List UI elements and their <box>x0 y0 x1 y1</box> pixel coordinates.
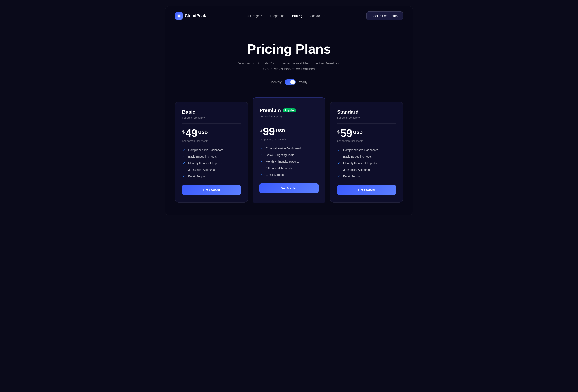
navbar: CloudPeak All Pages ▾ Integration Pricin… <box>165 6 413 25</box>
plan-subtitle-premium: For small company <box>259 115 318 118</box>
pricing-cards: Basic For small company $ 49 USD per per… <box>165 97 413 215</box>
check-icon: ✓ <box>182 161 186 165</box>
feature-item: ✓ Email Support <box>337 174 396 178</box>
get-started-button-basic[interactable]: Get Started <box>182 185 241 195</box>
price-period-standard: per person, per month <box>337 139 396 142</box>
check-icon: ✓ <box>337 148 341 152</box>
feature-item: ✓ Comprehensive Dashboard <box>259 146 318 150</box>
pricing-card-standard: Standard For small company $ 59 USD per … <box>330 101 403 203</box>
chevron-down-icon: ▾ <box>261 14 262 17</box>
svg-point-1 <box>178 15 180 16</box>
currency-sign-premium: $ <box>259 128 262 133</box>
feature-item: ✓ 3 Financial Accounts <box>337 168 396 172</box>
popular-badge: Popular <box>283 108 296 112</box>
check-icon: ✓ <box>182 155 186 158</box>
feature-item: ✓ 3 Financial Accounts <box>182 168 241 172</box>
billing-toggle-switch[interactable] <box>285 79 296 85</box>
price-currency-premium: USD <box>276 128 285 133</box>
hero-subtitle: Designed to Simplify Your Experience and… <box>235 60 343 72</box>
plan-subtitle-standard: For small company <box>337 116 396 119</box>
feature-item: ✓ Email Support <box>182 174 241 178</box>
check-icon: ✓ <box>182 168 186 172</box>
features-list-premium: ✓ Comprehensive Dashboard ✓ Basic Budget… <box>259 146 318 176</box>
feature-item: ✓ Monthly Financial Reports <box>259 160 318 163</box>
price-period-premium: per person, per month <box>259 138 318 141</box>
plan-name-standard: Standard <box>337 109 396 115</box>
check-icon: ✓ <box>337 155 341 158</box>
price-block-basic: $ 49 USD per person, per month <box>182 128 241 142</box>
price-amount-basic: $ 49 USD <box>182 128 241 138</box>
feature-item: ✓ 3 Financial Accounts <box>259 166 318 170</box>
nav-item-all-pages[interactable]: All Pages ▾ <box>247 14 262 18</box>
plan-header-basic: Basic For small company <box>182 109 241 119</box>
monthly-label: Monthly <box>271 80 282 84</box>
get-started-button-premium[interactable]: Get Started <box>259 183 318 193</box>
divider-premium <box>259 122 318 122</box>
check-icon: ✓ <box>259 153 263 157</box>
feature-item: ✓ Basic Budgeting Tools <box>337 155 396 158</box>
feature-item: ✓ Monthly Financial Reports <box>182 161 241 165</box>
features-list-basic: ✓ Comprehensive Dashboard ✓ Basic Budget… <box>182 148 241 178</box>
price-currency-basic: USD <box>198 130 208 135</box>
features-list-standard: ✓ Comprehensive Dashboard ✓ Basic Budget… <box>337 148 396 178</box>
check-icon: ✓ <box>259 173 263 176</box>
price-number-basic: 49 <box>185 128 197 138</box>
plan-header-standard: Standard For small company <box>337 109 396 119</box>
yearly-label: Yearly <box>299 80 307 84</box>
check-icon: ✓ <box>259 146 263 150</box>
book-demo-button[interactable]: Book a Free Demo <box>366 11 403 20</box>
pricing-card-premium: Premium Popular For small company $ 99 U… <box>253 97 325 203</box>
check-icon: ✓ <box>337 168 341 172</box>
feature-item: ✓ Basic Budgeting Tools <box>182 155 241 158</box>
feature-item: ✓ Email Support <box>259 173 318 176</box>
plan-name-basic: Basic <box>182 109 241 115</box>
feature-item: ✓ Comprehensive Dashboard <box>337 148 396 152</box>
hero-section: Pricing Plans Designed to Simplify Your … <box>165 25 413 97</box>
price-amount-premium: $ 99 USD <box>259 126 318 137</box>
price-block-premium: $ 99 USD per person, per month <box>259 126 318 141</box>
pricing-card-basic: Basic For small company $ 49 USD per per… <box>175 101 248 203</box>
price-number-premium: 99 <box>263 126 275 137</box>
page-title: Pricing Plans <box>175 42 403 56</box>
brand-name: CloudPeak <box>185 13 206 18</box>
check-icon: ✓ <box>337 174 341 178</box>
nav-links: All Pages ▾ Integration Pricing Contact … <box>247 14 325 18</box>
price-currency-standard: USD <box>353 130 363 135</box>
check-icon: ✓ <box>337 161 341 165</box>
check-icon: ✓ <box>182 148 186 152</box>
nav-item-contact[interactable]: Contact Us <box>310 14 325 18</box>
plan-header-premium: Premium Popular For small company <box>259 107 318 118</box>
check-icon: ✓ <box>182 174 186 178</box>
get-started-button-standard[interactable]: Get Started <box>337 185 396 195</box>
plan-subtitle-basic: For small company <box>182 116 241 119</box>
logo-icon <box>175 12 183 20</box>
currency-sign-basic: $ <box>182 129 185 135</box>
billing-toggle[interactable]: Monthly Yearly <box>175 79 403 85</box>
divider-basic <box>182 123 241 124</box>
feature-item: ✓ Comprehensive Dashboard <box>182 148 241 152</box>
feature-item: ✓ Basic Budgeting Tools <box>259 153 318 157</box>
price-block-standard: $ 59 USD per person, per month <box>337 128 396 142</box>
feature-item: ✓ Monthly Financial Reports <box>337 161 396 165</box>
nav-item-pricing[interactable]: Pricing <box>292 14 302 18</box>
check-icon: ✓ <box>259 160 263 163</box>
price-amount-standard: $ 59 USD <box>337 128 396 138</box>
divider-standard <box>337 123 396 124</box>
price-number-standard: 59 <box>340 128 352 138</box>
logo: CloudPeak <box>175 12 206 20</box>
check-icon: ✓ <box>259 166 263 170</box>
currency-sign-standard: $ <box>337 129 339 135</box>
nav-item-integration[interactable]: Integration <box>270 14 285 18</box>
page-wrapper: CloudPeak All Pages ▾ Integration Pricin… <box>165 6 413 215</box>
toggle-knob <box>290 80 295 84</box>
plan-name-premium: Premium Popular <box>259 107 318 113</box>
price-period-basic: per person, per month <box>182 139 241 142</box>
